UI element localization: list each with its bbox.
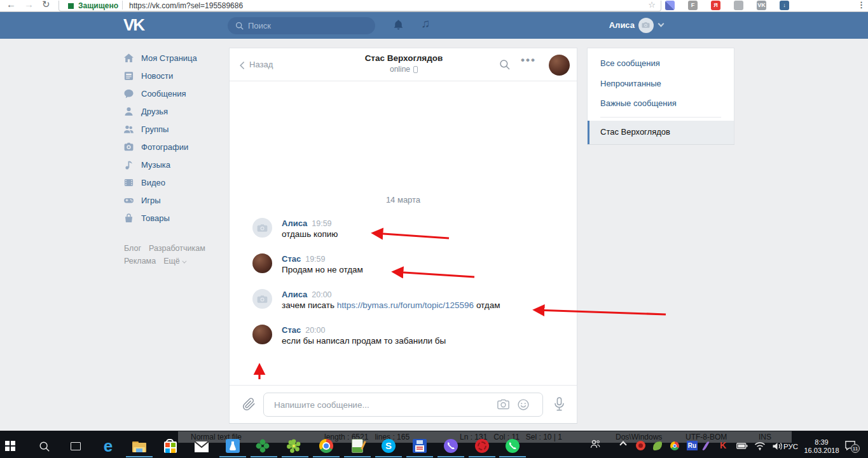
kaspersky-tray-icon[interactable]: K [720,440,726,451]
chat-search-icon[interactable] [499,59,511,73]
dialogs-filter-1[interactable]: Непрочитанные [600,79,661,88]
message-author[interactable]: Стас20:00 [282,325,326,335]
message-author[interactable]: Алиса19:59 [282,219,332,228]
message-author[interactable]: Стас19:59 [282,254,326,264]
sidebar-item-Игры[interactable]: Игры [123,192,225,210]
photos-icon [123,142,134,152]
notifications-bell-icon[interactable] [392,19,404,34]
message-time: 19:59 [305,255,325,264]
header-dropdown-caret[interactable] [658,21,665,27]
header-avatar[interactable] [638,18,654,33]
f-extension-icon[interactable]: F [688,1,698,10]
yandex-extension-icon[interactable]: Я [711,1,720,10]
message-text: Продам но не отдам [282,265,363,274]
battery-icon[interactable] [736,440,748,452]
sidebar-item-Видео[interactable]: Видео [123,174,225,192]
composer-camera-icon[interactable] [497,398,510,413]
header-search[interactable] [228,17,375,34]
chat-title-block: Стас Верхоглядов online [325,53,483,74]
sidebar-footer-links: БлогРазработчикам РекламаЕщё [124,244,232,269]
action-center-icon[interactable]: 11 [844,440,858,452]
sidebar-item-Друзья[interactable]: Друзья [123,103,225,121]
sidebar-item-Фотографии[interactable]: Фотографии [123,138,225,156]
message-avatar[interactable] [252,325,272,344]
security-tray-icon[interactable] [636,440,645,450]
attach-paperclip-icon[interactable] [242,398,256,414]
store-icon[interactable] [162,438,179,455]
chrome-icon[interactable] [317,438,335,455]
security-app-icon[interactable] [473,438,491,455]
address-bar[interactable]: Защищено https://vk.com/im?sel=195589686… [59,1,661,11]
active-dialog-item[interactable]: Стас Верхоглядов [588,121,734,144]
composer-emoji-icon[interactable] [517,398,530,414]
sidebar-item-Моя Страница[interactable]: Моя Страница [123,50,225,67]
market-icon [123,213,134,224]
message-avatar[interactable] [252,218,272,238]
browser-back-button[interactable]: ← [6,0,16,10]
chat-actions-menu-icon[interactable]: ••• [521,54,536,67]
taskbar-search-icon[interactable] [36,438,53,455]
vk-logo[interactable]: VK [123,15,144,35]
savefrom-extension-icon[interactable]: ↓ [780,1,789,10]
language-indicator[interactable]: РУС [783,443,798,450]
chat-header: Назад Стас Верхоглядов online ••• [230,48,577,81]
volume-icon[interactable] [772,440,783,454]
footer-link[interactable]: Блог [124,244,141,253]
viber-icon[interactable] [442,438,460,455]
dialogs-filter-2[interactable]: Важные сообщения [600,98,677,108]
icq-icon[interactable] [286,438,304,455]
ru-keyboard-icon[interactable]: Ru [687,440,698,450]
browser-forward-button[interactable]: → [24,0,34,10]
chat-title: Стас Верхоглядов [325,53,483,63]
whatsapp-icon[interactable] [504,438,521,455]
notepad-icon[interactable] [348,438,366,455]
leaf-tray-icon[interactable] [653,440,662,450]
tray-expand-icon[interactable] [621,440,626,447]
mail-icon[interactable] [193,438,210,455]
clover-app-icon[interactable] [255,438,273,455]
footer-link[interactable]: Разработчикам [149,244,205,253]
sidebar-item-Новости[interactable]: Новости [123,67,225,85]
message-row: Стас19:59Продам но не отдам [230,253,577,285]
extension-icons: FЯVK↓ [665,0,811,12]
message-row: Алиса19:59отдашь копию [230,218,577,250]
sidebar-item-Товары[interactable]: Товары [123,210,225,227]
vk-extension-icon[interactable]: VK [757,1,766,10]
header-user-name[interactable]: Алиса [591,20,635,30]
voice-message-mic-icon[interactable] [553,396,566,415]
browser-menu-icon[interactable]: ⋮ [857,0,865,10]
footer-link[interactable]: Ещё [163,257,193,266]
pin-extension-icon[interactable] [734,1,743,10]
chrome-tray-icon[interactable] [670,440,679,450]
music-header-icon[interactable]: ♫ [421,17,430,30]
wifi-icon[interactable] [754,440,766,453]
running-app-indicator [499,456,526,457]
sidebar-item-Музыка[interactable]: Музыка [123,156,225,174]
browser-reload-button[interactable]: ↻ [42,0,50,10]
people-tray-icon[interactable] [590,440,600,451]
message-avatar[interactable] [252,289,272,309]
sidebar-item-label: Музыка [141,160,170,170]
dialogs-filter-0[interactable]: Все сообщения [600,58,660,68]
edge-icon[interactable]: e [99,438,117,455]
chat-peer-avatar[interactable] [549,55,570,76]
games-icon [123,195,134,206]
header-search-input[interactable] [248,18,369,32]
file-explorer-icon[interactable] [130,438,148,455]
sidebar-item-Сообщения[interactable]: Сообщения [123,85,225,103]
paint-app-icon[interactable] [224,438,242,455]
message-avatar[interactable] [252,253,272,273]
task-view-icon[interactable] [67,438,85,455]
quill-tray-icon[interactable] [705,440,707,451]
sidebar-item-Группы[interactable]: Группы [123,121,225,138]
bookmark-star-icon[interactable]: ☆ [648,0,656,10]
message-link[interactable]: https://bymas.ru/forum/topic/125596 [337,300,474,310]
footer-link[interactable]: Реклама [124,257,156,266]
skype-icon[interactable]: S [380,438,397,455]
start-button[interactable] [5,438,23,455]
back-button[interactable]: Назад [238,58,273,70]
save-app-icon[interactable] [411,438,429,455]
puzzle-extension-icon[interactable] [665,1,675,10]
message-author[interactable]: Алиса20:00 [282,290,332,299]
taskbar-clock[interactable]: 8:39 16.03.2018 [803,438,841,455]
